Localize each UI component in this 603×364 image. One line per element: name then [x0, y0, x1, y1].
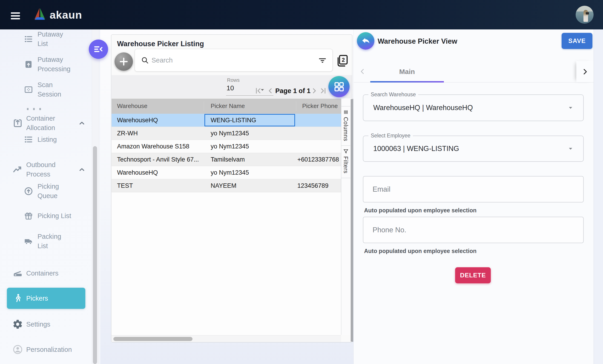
user-avatar[interactable]: [576, 6, 593, 24]
sidebar-item-containers[interactable]: Containers: [0, 266, 92, 280]
column-header-picker-name[interactable]: Picker Name: [211, 102, 245, 110]
table-header: Warehouse Picker Name Picker Phone: [112, 99, 341, 114]
clipped-menu-item-fragment: [27, 108, 45, 110]
cell-warehouse[interactable]: TEST: [117, 182, 133, 189]
sidebar-item-picking-queue[interactable]: Picking Queue: [0, 179, 92, 203]
cell-warehouse[interactable]: WarehouseHQ: [117, 117, 158, 124]
cell-picker-name[interactable]: NAYEEM: [211, 182, 236, 189]
scanner-icon: [12, 268, 23, 278]
avatar-photo: [583, 10, 588, 22]
filters-tab[interactable]: Filters: [341, 146, 350, 178]
table-horizontal-scrollbar-track: [112, 335, 341, 342]
back-button[interactable]: [357, 32, 374, 50]
first-page-icon[interactable]: [254, 87, 262, 95]
scan-icon: [24, 85, 33, 94]
selected-cell-outline: [204, 114, 295, 126]
table-row[interactable]: ZR-WHyo Nym12345: [112, 127, 341, 140]
search-warehouse-label: Search Warehouse: [368, 91, 418, 98]
search-warehouse-value: WarehouseHQ | WarehouseHQ: [373, 104, 473, 112]
last-page-icon[interactable]: [319, 87, 327, 95]
warehouse-picker-listing-panel: Warehouse Picker Listing 2 Rows 10: [111, 34, 352, 342]
cell-picker-name[interactable]: yo Nym12345: [211, 169, 249, 176]
sidebar-item-personalization[interactable]: Personalization: [0, 342, 92, 357]
table-horizontal-scrollbar[interactable]: [113, 337, 193, 341]
email-field[interactable]: [363, 176, 584, 202]
page-view-icon[interactable]: 2: [336, 54, 349, 67]
tab-scroll-right[interactable]: [576, 61, 594, 82]
tab-scroll-right-icon: [581, 68, 589, 76]
delete-button[interactable]: DELETE: [455, 267, 491, 283]
panel-divider-scrollbar[interactable]: [352, 99, 353, 342]
cell-picker-phone[interactable]: +60123387768: [297, 156, 339, 163]
chevron-up-icon[interactable]: [78, 165, 86, 174]
list-icon: [24, 34, 33, 44]
pagination-bar: Rows 10 Page 1 of 1: [112, 75, 352, 98]
sidebar-item-pickers[interactable]: Pickers: [0, 288, 92, 309]
box-up-icon: [12, 118, 23, 128]
archive-up-icon: [24, 59, 33, 69]
sidebar-item-label: Picking Queue: [37, 182, 59, 201]
add-picker-button[interactable]: [115, 52, 133, 71]
hamburger-menu-icon[interactable]: [10, 11, 21, 19]
sidebar-item-scan-session[interactable]: Scan Session: [0, 78, 92, 101]
table-side-tabs: Columns Filters: [341, 99, 350, 335]
cell-picker-phone[interactable]: 123456789: [297, 182, 328, 189]
phone-field[interactable]: [363, 217, 584, 243]
search-warehouse-select[interactable]: Search Warehouse WarehouseHQ | Warehouse…: [363, 94, 584, 121]
cell-warehouse[interactable]: ZR-WH: [117, 130, 138, 137]
cell-warehouse[interactable]: WarehouseHQ: [117, 169, 158, 176]
sidebar-item-outbound-process[interactable]: Outbound Process: [0, 158, 92, 182]
previous-page-icon[interactable]: [266, 87, 274, 95]
active-tab-underline: [370, 81, 444, 82]
plus-icon: [118, 56, 129, 67]
collapse-sidebar-button[interactable]: [89, 40, 108, 59]
cell-picker-name[interactable]: Tamilselvam: [211, 156, 245, 163]
truck-icon: [24, 236, 33, 246]
gift-icon: [24, 211, 33, 221]
cell-picker-name[interactable]: yo Nym12345: [211, 143, 249, 150]
search-input[interactable]: [151, 56, 318, 64]
sidebar-item-putaway-processing[interactable]: Putaway Processing: [0, 52, 92, 76]
sidebar-item-label: Putaway List: [37, 30, 63, 48]
cell-warehouse[interactable]: Amazon Warehouse S158: [117, 143, 189, 150]
sidebar-item-packing-list[interactable]: Packing List: [0, 229, 92, 253]
sidebar-item-container-allocation[interactable]: Container Allocation: [0, 111, 92, 135]
rows-per-page-select[interactable]: 10: [227, 84, 234, 92]
filter-list-icon[interactable]: [318, 56, 327, 65]
column-header-picker-phone[interactable]: Picker Phone: [302, 102, 338, 110]
table-row[interactable]: TESTNAYEEM123456789: [112, 179, 341, 192]
table-row[interactable]: WarehouseHQyo Nym12345: [112, 166, 341, 179]
sidebar-item-label: Outbound Process: [26, 160, 55, 179]
chevron-up-icon[interactable]: [78, 119, 86, 127]
sidebar-scrollbar[interactable]: [93, 146, 97, 364]
walk-icon: [12, 293, 23, 304]
save-button[interactable]: SAVE: [562, 33, 592, 49]
sidebar-item-label: Putaway Processing: [37, 55, 70, 74]
sidebar-item-listing[interactable]: Listing: [0, 132, 92, 147]
next-page-icon[interactable]: [310, 87, 319, 95]
table-row[interactable]: Amazon Warehouse S158yo Nym12345: [112, 140, 341, 153]
sidebar-item-putaway-list[interactable]: Putaway List: [0, 27, 92, 51]
tab-main[interactable]: Main: [370, 61, 444, 82]
rows-per-page-label: Rows: [227, 77, 240, 83]
grid-view-button[interactable]: [328, 76, 349, 97]
svg-text:2: 2: [342, 57, 345, 63]
top-navbar: akaun: [0, 0, 603, 29]
sidebar-item-picking-list[interactable]: Picking List: [0, 209, 92, 223]
tab-scroll-left-icon[interactable]: [359, 68, 366, 75]
warehouse-picker-view-panel: Warehouse Picker View SAVE Main Search W…: [353, 29, 593, 364]
brand-logo[interactable]: akaun: [32, 5, 82, 24]
cell-picker-name[interactable]: yo Nym12345: [211, 130, 249, 137]
sidebar-item-settings[interactable]: Settings: [0, 317, 92, 331]
select-employee-select[interactable]: Select Employee 1000063 | WENG-LISTING: [363, 136, 584, 162]
gear-icon: [12, 319, 23, 330]
detail-tabbar: Main: [354, 61, 594, 82]
sidebar-item-label: Scan Session: [37, 80, 61, 99]
columns-tab[interactable]: Columns: [341, 106, 350, 146]
table-row[interactable]: Technosport - Anvil Style 67...Tamilselv…: [112, 153, 341, 166]
sidebar-item-label: Personalization: [26, 345, 72, 354]
brand-name: akaun: [50, 9, 82, 21]
column-header-warehouse[interactable]: Warehouse: [117, 102, 147, 110]
table-row[interactable]: WarehouseHQWENG-LISTING: [112, 114, 341, 127]
cell-warehouse[interactable]: Technosport - Anvil Style 67...: [117, 156, 199, 163]
